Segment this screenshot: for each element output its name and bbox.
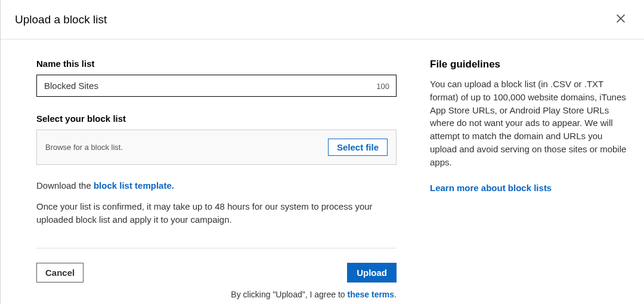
form-column: Name this list 100 Select your block lis…: [36, 59, 397, 299]
browse-box: Browse for a block list. Select file: [36, 130, 397, 165]
cancel-button[interactable]: Cancel: [36, 263, 83, 282]
close-button[interactable]: [612, 10, 630, 29]
browse-placeholder: Browse for a block list.: [45, 143, 123, 152]
terms-line: By clicking "Upload", I agree to these t…: [36, 290, 397, 299]
guidelines-title: File guidelines: [430, 59, 630, 70]
download-prefix: Download the: [36, 180, 94, 191]
download-template-line: Download the block list template.: [36, 180, 397, 191]
close-icon: [614, 12, 627, 27]
processing-note: Once your list is confirmed, it may take…: [36, 200, 397, 226]
download-template-link[interactable]: block list template.: [94, 180, 174, 191]
name-label: Name this list: [36, 59, 397, 69]
modal-body: Name this list 100 Select your block lis…: [1, 39, 644, 304]
divider: [36, 248, 397, 248]
name-input-wrap: 100: [36, 75, 397, 97]
select-file-label: Select your block list: [36, 113, 397, 124]
guidelines-column: File guidelines You can upload a block l…: [430, 59, 630, 299]
upload-button[interactable]: Upload: [347, 263, 397, 282]
learn-more-link[interactable]: Learn more about block lists: [430, 183, 552, 193]
terms-link[interactable]: these terms: [348, 290, 395, 299]
modal-header: Upload a block list: [1, 0, 644, 39]
modal-title: Upload a block list: [15, 13, 107, 26]
terms-prefix: By clicking "Upload", I agree to: [231, 290, 347, 299]
select-file-button[interactable]: Select file: [328, 139, 388, 156]
terms-suffix: .: [394, 290, 397, 299]
action-row: Cancel Upload: [36, 263, 397, 282]
char-remaining: 100: [376, 81, 389, 90]
list-name-input[interactable]: [36, 75, 397, 97]
guidelines-body: You can upload a block list (in .CSV or …: [430, 78, 630, 168]
upload-block-list-modal: Upload a block list Name this list 100 S…: [0, 0, 644, 304]
